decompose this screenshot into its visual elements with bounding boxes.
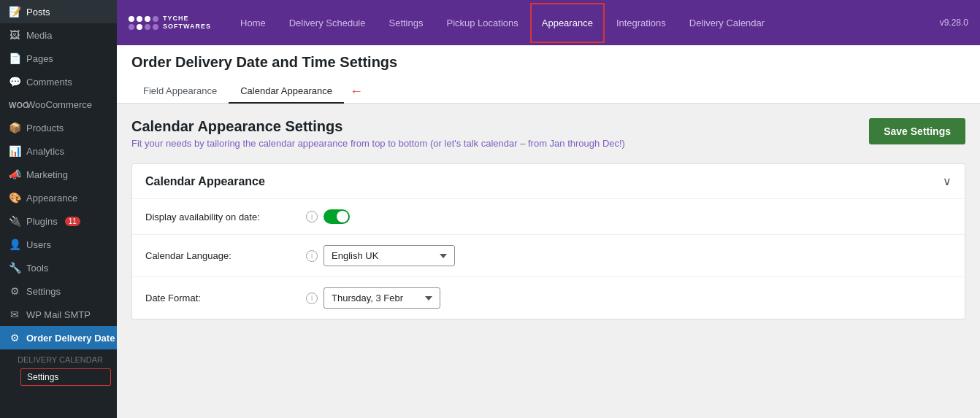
nav-appearance[interactable]: Appearance xyxy=(530,3,605,43)
logo-dots xyxy=(129,16,158,30)
date-format-label: Date Format: xyxy=(145,293,306,303)
sidebar-item-pages[interactable]: 📄 Pages xyxy=(0,47,117,70)
wpmail-icon: ✉ xyxy=(9,309,20,320)
nav-integrations[interactable]: Integrations xyxy=(605,3,678,43)
sidebar-item-appearance[interactable]: 🎨 Appearance xyxy=(0,186,117,209)
plugin-logo: TYCHE SOFTWARES xyxy=(129,15,211,31)
users-icon: 👤 xyxy=(9,239,20,250)
display-availability-control: i xyxy=(306,209,350,224)
chevron-down-icon: ∨ xyxy=(943,174,952,188)
orderdelivery-icon: ⚙ xyxy=(9,332,20,344)
logo-dot-2 xyxy=(137,16,142,22)
sidebar-item-media[interactable]: 🖼 Media xyxy=(0,23,117,47)
sub-tabs: Field Appearance Calendar Appearance ← xyxy=(131,80,965,103)
accordion-header[interactable]: Calendar Appearance ∨ xyxy=(132,164,965,199)
sidebar-item-tools[interactable]: 🔧 Tools xyxy=(0,256,117,279)
sidebar-item-marketing[interactable]: 📣 Marketing xyxy=(0,163,117,186)
nav-home[interactable]: Home xyxy=(229,3,277,43)
plugin-navbar: TYCHE SOFTWARES Home Delivery Schedule S… xyxy=(117,0,980,45)
display-availability-label: Display availability on date: xyxy=(145,212,306,222)
logo-dot-7 xyxy=(145,24,150,30)
calendar-language-control: i English UK English US French German Sp… xyxy=(306,245,455,266)
logo-text: TYCHE SOFTWARES xyxy=(163,15,211,31)
sidebar-submenu-settings[interactable]: Settings xyxy=(20,368,111,386)
sidebar: 📝 Posts 🖼 Media 📄 Pages 💬 Comments WOO W… xyxy=(0,0,117,418)
comments-icon: 💬 xyxy=(9,76,20,88)
tools-icon: 🔧 xyxy=(9,262,20,274)
nav-delivery-schedule[interactable]: Delivery Schedule xyxy=(277,3,378,43)
marketing-icon: 📣 xyxy=(9,169,20,180)
page-title: Order Delivery Date and Time Settings xyxy=(131,54,965,71)
plugin-nav-links: Home Delivery Schedule Settings Pickup L… xyxy=(229,3,940,43)
submenu-label: Delivery Calendar xyxy=(9,349,117,367)
logo-dot-6 xyxy=(137,24,142,30)
sidebar-item-settings[interactable]: ⚙ Settings xyxy=(0,279,117,303)
sidebar-item-orderdelivery[interactable]: ⚙ Order Delivery Date xyxy=(0,326,117,349)
accordion-title: Calendar Appearance xyxy=(145,175,265,188)
tab-arrow-indicator: ← xyxy=(350,84,363,99)
display-availability-info-icon[interactable]: i xyxy=(306,211,318,222)
nav-delivery-calendar[interactable]: Delivery Calendar xyxy=(678,3,776,43)
settings-content: Calendar Appearance Settings Fit your ne… xyxy=(117,104,980,418)
appearance-icon: 🎨 xyxy=(9,192,20,204)
calendar-appearance-accordion: Calendar Appearance ∨ Display availabili… xyxy=(131,163,965,320)
main-content: TYCHE SOFTWARES Home Delivery Schedule S… xyxy=(117,0,980,418)
toggle-track xyxy=(324,209,350,224)
sidebar-item-analytics[interactable]: 📊 Analytics xyxy=(0,139,117,163)
logo-dot-5 xyxy=(129,24,134,30)
nav-pickup-locations[interactable]: Pickup Locations xyxy=(435,3,529,43)
woocommerce-icon: WOO xyxy=(9,101,20,109)
sidebar-item-users[interactable]: 👤 Users xyxy=(0,233,117,256)
calendar-language-label: Calendar Language: xyxy=(145,250,306,261)
sidebar-item-posts[interactable]: 📝 Posts xyxy=(0,0,117,23)
sidebar-submenu: Delivery Calendar Settings xyxy=(0,349,117,387)
media-icon: 🖼 xyxy=(9,29,20,41)
tab-calendar-appearance[interactable]: Calendar Appearance xyxy=(229,80,344,104)
date-format-select[interactable]: Thursday, 3 Febr 02/03/2022 03/02/2022 2… xyxy=(324,287,440,309)
pages-icon: 📄 xyxy=(9,53,20,64)
sidebar-item-products[interactable]: 📦 Products xyxy=(0,116,117,139)
posts-icon: 📝 xyxy=(9,6,20,18)
sidebar-item-wpmail[interactable]: ✉ WP Mail SMTP xyxy=(0,303,117,326)
calendar-language-select[interactable]: English UK English US French German Span… xyxy=(324,245,455,266)
logo-dot-4 xyxy=(153,16,158,22)
field-calendar-language: Calendar Language: i English UK English … xyxy=(132,235,965,277)
plugins-icon: 🔌 xyxy=(9,215,20,227)
toggle-thumb xyxy=(337,211,348,222)
sidebar-item-comments[interactable]: 💬 Comments xyxy=(0,70,117,93)
section-subtitle: Fit your needs by tailoring the calendar… xyxy=(131,138,625,149)
date-format-control: i Thursday, 3 Febr 02/03/2022 03/02/2022… xyxy=(306,287,440,309)
settings-header: Calendar Appearance Settings Fit your ne… xyxy=(131,118,965,149)
tab-field-appearance[interactable]: Field Appearance xyxy=(131,80,229,104)
display-availability-toggle[interactable] xyxy=(324,209,350,224)
products-icon: 📦 xyxy=(9,122,20,133)
sidebar-item-plugins[interactable]: 🔌 Plugins 11 xyxy=(0,209,117,233)
field-date-format: Date Format: i Thursday, 3 Febr 02/03/20… xyxy=(132,277,965,319)
settings-icon: ⚙ xyxy=(9,285,20,297)
logo-dot-8 xyxy=(153,24,158,30)
calendar-language-info-icon[interactable]: i xyxy=(306,250,318,262)
section-title: Calendar Appearance Settings xyxy=(131,118,625,135)
plugins-badge: 11 xyxy=(65,217,80,226)
sidebar-item-woocommerce[interactable]: WOO WooCommerce xyxy=(0,93,117,116)
logo-dot-1 xyxy=(129,16,134,22)
settings-title-group: Calendar Appearance Settings Fit your ne… xyxy=(131,118,625,149)
field-display-availability: Display availability on date: i xyxy=(132,199,965,235)
analytics-icon: 📊 xyxy=(9,145,20,157)
nav-settings[interactable]: Settings xyxy=(377,3,435,43)
save-settings-button[interactable]: Save Settings xyxy=(869,118,965,144)
plugin-version: v9.28.0 xyxy=(940,18,968,28)
page-header: Order Delivery Date and Time Settings Fi… xyxy=(117,45,980,104)
logo-dot-3 xyxy=(145,16,150,22)
date-format-info-icon[interactable]: i xyxy=(306,293,318,304)
